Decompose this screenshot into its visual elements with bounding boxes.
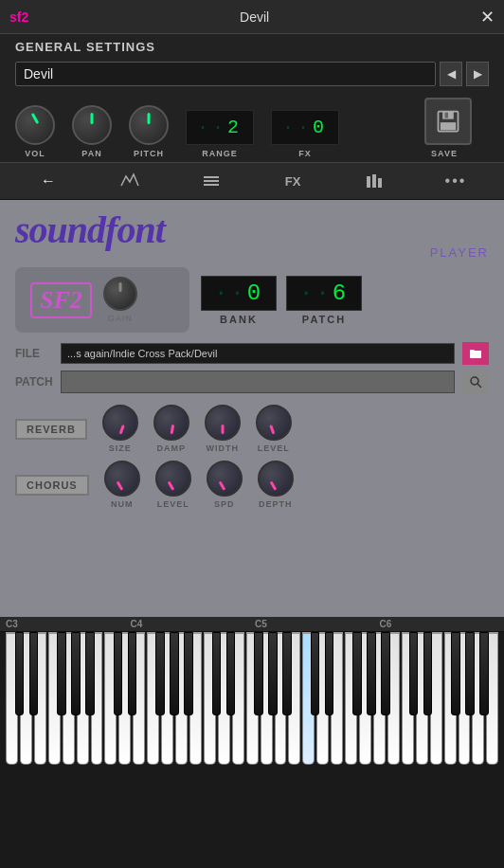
reverb-damp-knob[interactable] [153,405,189,441]
black-key-24[interactable] [352,632,362,715]
black-key-0[interactable] [15,632,25,715]
file-browse-button[interactable] [462,342,489,365]
svg-point-11 [471,377,478,385]
black-key-32[interactable] [465,632,475,715]
chorus-num-label: NUM [111,499,134,509]
piano-keys [0,632,504,765]
black-key-11[interactable] [170,632,179,715]
black-key-3[interactable] [57,632,66,715]
reverb-damp-label: DAMP [157,443,187,453]
patch-row: PATCH [15,371,489,393]
black-key-29[interactable] [423,632,433,715]
black-key-15[interactable] [226,632,236,715]
chorus-spd-knob[interactable] [207,461,243,497]
reverb-knobs: SIZE DAMP WIDTH LEVEL [102,405,292,453]
preset-name-input[interactable] [15,62,436,86]
chorus-num-knob[interactable] [104,461,140,497]
pan-knob[interactable] [72,105,112,145]
chorus-level-knob[interactable] [155,461,191,497]
patch-label2: PATCH [15,375,53,389]
title-bar: sf2 Devil ✕ [0,0,504,34]
save-button[interactable] [424,98,472,145]
black-key-17[interactable] [254,632,263,715]
key-label-c6: C6 [380,619,505,629]
gain-group: GAIN [103,277,137,323]
range-label: RANGE [202,149,238,158]
range-display[interactable]: ··2 [186,110,254,145]
chorus-depth-group: DEPTH [258,461,294,509]
fx-label: FX [298,149,312,158]
file-path-display[interactable]: ...s again/Indie Cross Pack/Devil [61,343,455,364]
chorus-num-group: NUM [104,461,140,509]
save-group: SAVE [417,98,472,158]
reverb-level-knob[interactable] [256,405,292,441]
black-key-21[interactable] [311,632,320,715]
gain-knob[interactable] [103,277,137,311]
reverb-size-knob[interactable] [102,405,138,441]
file-label: FILE [15,347,53,360]
black-key-5[interactable] [85,632,95,715]
bank-display[interactable]: ··0 [201,276,277,311]
chorus-spd-label: SPD [214,499,235,509]
reverb-width-group: WIDTH [205,405,241,453]
close-button[interactable]: ✕ [480,9,495,26]
tab-fx[interactable]: FX [254,171,332,192]
key-label-c3: C3 [0,619,131,629]
bars-icon [364,172,385,190]
nav-tabs: ← FX ••• [0,162,504,200]
fx-display[interactable]: ··0 [271,110,339,145]
black-key-31[interactable] [451,632,460,715]
patch-select[interactable] [61,371,455,393]
reverb-header: REVERB SIZE DAMP WIDTH LEVEL [15,405,489,453]
patch-group: ··6 PATCH [286,276,362,325]
black-key-1[interactable] [29,632,39,715]
black-key-26[interactable] [381,632,390,715]
tab-back[interactable]: ← [9,169,87,193]
black-key-4[interactable] [71,632,81,715]
reverb-button[interactable]: REVERB [15,419,87,440]
svg-rect-10 [470,351,481,358]
vol-knob[interactable] [15,105,55,145]
chorus-knobs: NUM LEVEL SPD DEPTH [104,461,294,509]
pitch-knob-group: PITCH [129,105,169,158]
black-key-18[interactable] [268,632,278,715]
pan-label: PAN [81,149,101,158]
preset-prev-button[interactable]: ◀ [440,62,462,86]
file-row: FILE ...s again/Indie Cross Pack/Devil [15,342,489,365]
preset-next-button[interactable]: ▶ [466,62,489,86]
reverb-size-group: SIZE [102,405,138,453]
patch-search-button[interactable] [462,371,489,393]
black-key-19[interactable] [282,632,292,715]
black-key-10[interactable] [155,632,165,715]
black-key-12[interactable] [184,632,193,715]
svg-rect-9 [378,178,382,188]
reverb-level-group: LEVEL [256,405,292,453]
black-key-8[interactable] [128,632,137,715]
pitch-knob[interactable] [129,105,169,145]
black-key-22[interactable] [325,632,334,715]
black-key-7[interactable] [114,632,123,715]
black-key-28[interactable] [409,632,419,715]
search-icon [469,375,482,389]
tab-more[interactable]: ••• [417,169,495,193]
tab-settings[interactable] [172,169,250,193]
chorus-depth-knob[interactable] [258,461,294,497]
chorus-level-group: LEVEL [155,461,191,509]
window-title: Devil [240,9,269,25]
black-key-33[interactable] [479,632,489,715]
bank-patch-row: ··0 BANK ··6 PATCH [201,276,489,325]
chorus-spd-group: SPD [207,461,243,509]
patch-display[interactable]: ··6 [286,276,362,311]
keyboard-section: C3 C4 C5 C6 [0,617,504,780]
reverb-damp-group: DAMP [153,405,189,453]
black-key-14[interactable] [212,632,222,715]
reverb-width-knob[interactable] [205,405,241,441]
pan-knob-group: PAN [72,105,112,158]
chorus-button[interactable]: CHORUS [15,475,89,496]
tab-arp[interactable] [335,169,413,193]
svg-rect-8 [372,174,376,188]
chorus-depth-label: DEPTH [259,499,293,509]
black-key-25[interactable] [367,632,376,715]
tab-envelope[interactable] [91,169,169,193]
svg-rect-7 [367,176,370,188]
